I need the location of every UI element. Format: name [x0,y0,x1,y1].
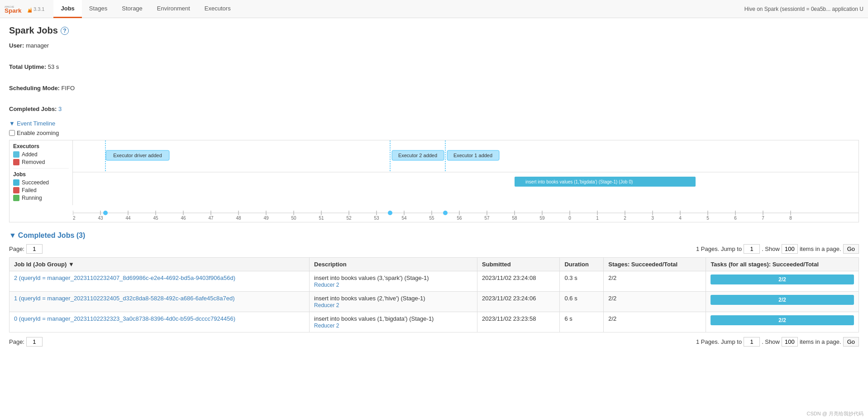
svg-text:42: 42 [73,216,76,221]
pagination-top: Page: 1 Pages. Jump to . Show items in a… [9,244,859,254]
scheduling-row: Scheduling Mode: FIFO [9,83,859,93]
show-input-top[interactable] [782,244,798,254]
help-badge[interactable]: ? [61,27,69,35]
col-description[interactable]: Description [310,257,477,271]
reducer-link-0[interactable]: Reducer 2 [314,282,339,288]
page-input-bottom[interactable] [26,337,43,347]
svg-text:8: 8 [789,216,792,221]
page-right-bottom: 1 Pages. Jump to . Show items in a page.… [696,337,859,347]
failed-color [13,187,19,193]
version-label: 3.3.1 [33,6,44,12]
svg-text:49: 49 [263,216,269,221]
svg-text:50: 50 [291,216,296,221]
pages-info: 1 Pages. Jump to [696,246,742,252]
job0-bar-text: insert into books values (1,'bigdata') (… [525,179,633,184]
executors-legend-title: Executors [13,143,69,149]
col-job-id[interactable]: Job Id (Job Group) ▼ [10,257,310,271]
cell-description-0: insert into books values (3,'spark') (St… [310,271,477,291]
page-label: Page: [9,246,24,252]
uptime-value: 53 s [48,63,59,70]
svg-text:55: 55 [429,216,434,221]
cell-stages-1: 2/2 [604,291,706,312]
running-color [13,195,19,201]
cell-tasks-2: 2/2 [706,312,859,332]
cell-tasks-1: 2/2 [706,291,859,312]
timeline-chart: Executor driver added Executor 2 added E… [73,140,858,222]
svg-text:6: 6 [734,216,737,221]
nav-tabs: Jobs Stages Storage Environment Executor… [53,0,744,18]
tab-storage[interactable]: Storage [114,0,150,18]
jobs-legend-title: Jobs [13,171,69,178]
tab-jobs[interactable]: Jobs [53,0,81,18]
added-label: Added [22,151,38,158]
header-row: Job Id (Job Group) ▼ Description Submitt… [10,257,859,271]
page-input-top[interactable] [26,244,43,254]
cell-job-id-1: 1 (queryId = manager_20231102232405_d32c… [10,291,310,312]
svg-text:5: 5 [706,216,709,221]
user-label: User: [9,42,24,49]
svg-text:47: 47 [208,216,214,221]
pagination-bottom: Page: 1 Pages. Jump to . Show items in a… [9,337,859,347]
reducer-link-1[interactable]: Reducer 2 [314,302,339,308]
svg-text:59: 59 [539,216,545,221]
legend-removed: Removed [13,159,69,165]
event-timeline-toggle[interactable]: ▼ Event Timeline [9,120,859,127]
job-id-link-1[interactable]: 1 (queryId = manager_20231102232405_d32c… [14,295,235,302]
go-button-bottom[interactable]: Go [843,337,859,347]
completed-jobs-row: Completed Jobs: 3 [9,104,859,114]
svg-text:53: 53 [374,216,379,221]
tab-environment[interactable]: Environment [150,0,197,18]
legend-running: Running [13,195,69,201]
enable-zoom-checkbox[interactable] [9,130,15,136]
col-submitted[interactable]: Submitted [477,257,560,271]
svg-text:58: 58 [512,216,517,221]
main-content: Spark Jobs ? User: manager Total Uptime:… [0,18,868,357]
succeeded-color [13,179,19,186]
show-input-bottom[interactable] [782,337,798,347]
svg-rect-6 [73,172,858,213]
progress-text-1: 2/2 [711,295,854,305]
svg-text:57: 57 [484,216,490,221]
enable-zoom-label: Enable zooming [17,130,59,136]
col-duration[interactable]: Duration [560,257,604,271]
legend-separator [13,168,69,169]
cell-job-id-2: 0 (queryId = manager_20231102232323_3a0c… [10,312,310,332]
jump-input-bottom[interactable] [744,337,760,347]
col-stages[interactable]: Stages: Succeeded/Total [604,257,706,271]
show-label: . Show [762,246,780,252]
driver-added-text: Executor driver added [113,153,162,158]
job-id-link-0[interactable]: 2 (queryId = manager_20231102232407_8d69… [14,275,235,281]
svg-text:7: 7 [762,216,764,221]
scheduling-label: Scheduling Mode: [9,85,60,92]
reducer-link-2[interactable]: Reducer 2 [314,323,339,329]
go-button-top[interactable]: Go [843,244,859,254]
section-arrow: ▼ [9,231,16,240]
legend-added: Added [13,151,69,158]
jump-input-top[interactable] [744,244,760,254]
cell-job-id-0: 2 (queryId = manager_20231102232407_8d69… [10,271,310,291]
info-section: User: manager Total Uptime: 53 s Schedul… [9,40,859,115]
tab-stages[interactable]: Stages [82,0,114,18]
page-title: Spark Jobs [9,25,58,36]
page-left: Page: [9,244,43,254]
col-tasks[interactable]: Tasks (for all stages): Succeeded/Total [706,257,859,271]
completed-jobs-label: Completed Jobs: [9,106,57,112]
table-row: 1 (queryId = manager_20231102232405_d32c… [10,291,859,312]
removed-label: Removed [22,159,45,165]
job-id-link-2[interactable]: 0 (queryId = manager_20231102232323_3a0c… [14,315,235,322]
table-header: Job Id (Job Group) ▼ Description Submitt… [10,257,859,271]
svg-text:56: 56 [457,216,462,221]
progress-bar-2: 2/2 [711,315,854,325]
tab-executors[interactable]: Executors [197,0,238,18]
desc-main-0: insert into books values (3,'spark') (St… [314,275,429,281]
page-left-bottom: Page: [9,337,43,347]
user-row: User: manager [9,40,859,51]
completed-jobs-value[interactable]: 3 [58,106,62,112]
progress-text-0: 2/2 [711,275,854,284]
spark-logo-svg: APACHE Spark [5,2,32,16]
desc-main-1: insert into books values (2,'hive') (Sta… [314,295,425,302]
jobs-tbody: 2 (queryId = manager_20231102232407_8d69… [10,271,859,332]
scheduling-value: FIFO [62,85,75,92]
cell-submitted-0: 2023/11/02 23:24:08 [477,271,560,291]
svg-text:3: 3 [651,216,654,221]
